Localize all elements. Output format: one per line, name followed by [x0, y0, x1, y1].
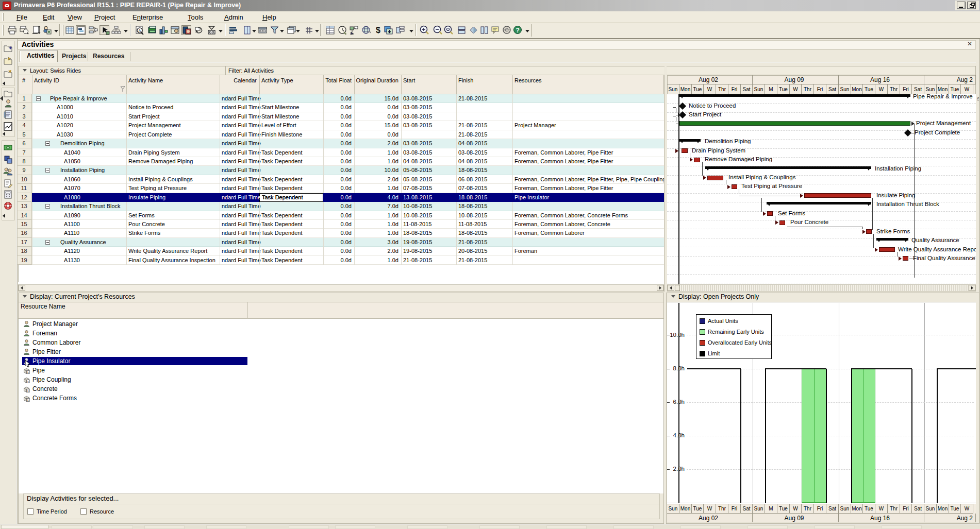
svg-text:?: ?: [516, 27, 520, 34]
svg-text:A: A: [139, 29, 141, 32]
svg-text:$: $: [376, 26, 380, 35]
